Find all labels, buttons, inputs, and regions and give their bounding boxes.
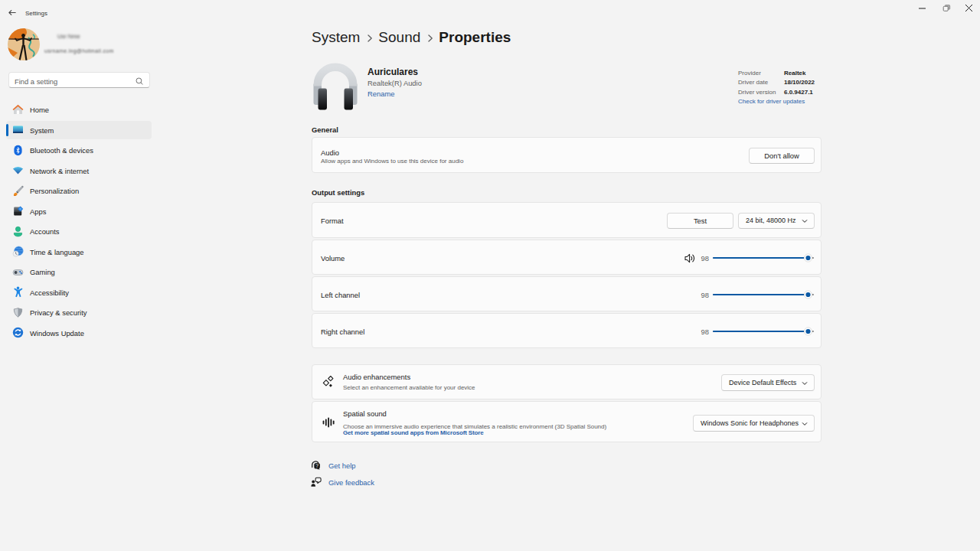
svg-text:?: ? bbox=[315, 463, 318, 468]
